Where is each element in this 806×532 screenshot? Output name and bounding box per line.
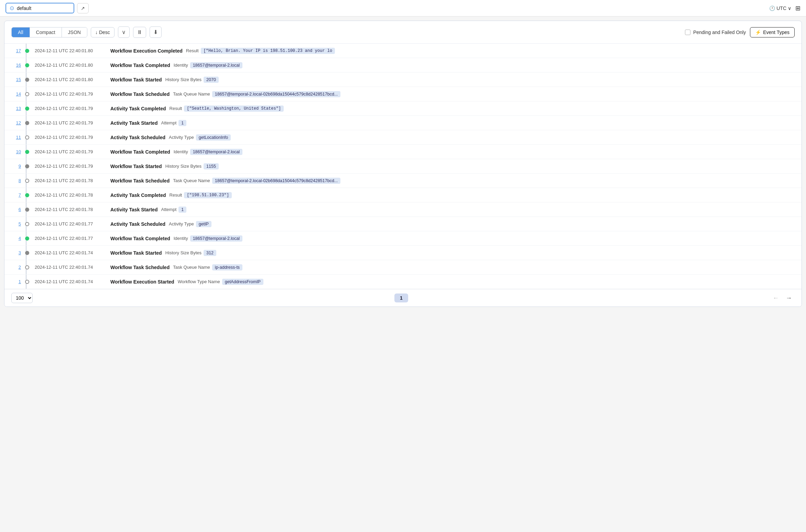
prev-page-button[interactable]: ← — [770, 293, 782, 303]
table-row[interactable]: 16 2024-12-11 UTC 22:40:01.80 Workflow T… — [4, 58, 802, 73]
tab-all[interactable]: All — [12, 27, 30, 37]
table-row[interactable]: 1 2024-12-11 UTC 22:40:01.74 Workflow Ex… — [4, 275, 802, 289]
table-row[interactable]: 2 2024-12-11 UTC 22:40:01.74 Workflow Ta… — [4, 260, 802, 275]
event-id[interactable]: 13 — [11, 106, 21, 111]
table-row[interactable]: 3 2024-12-11 UTC 22:40:01.74 Workflow Ta… — [4, 246, 802, 260]
event-dot-wrapper — [24, 164, 31, 168]
event-detail-key: Workflow Type Name — [178, 279, 220, 284]
sort-desc-button[interactable]: ↓ Desc — [91, 27, 115, 37]
event-detail: Activity Type getLocationInfo — [169, 134, 231, 141]
event-dot-wrapper — [24, 208, 31, 212]
filter-icon: ⚡ — [755, 30, 761, 35]
namespace-input[interactable] — [17, 5, 65, 11]
event-detail-key: Attempt — [161, 120, 176, 125]
event-detail-key: Task Queue Name — [173, 178, 210, 183]
event-id[interactable]: 10 — [11, 149, 21, 154]
table-row[interactable]: 7 2024-12-11 UTC 22:40:01.78 Activity Ta… — [4, 188, 802, 202]
pause-button[interactable]: ⏸ — [133, 27, 146, 38]
download-button[interactable]: ⬇ — [150, 26, 162, 38]
event-id[interactable]: 15 — [11, 77, 21, 82]
namespace-input-wrapper: ⊙ — [6, 3, 74, 13]
page-size-select[interactable]: 100 10 25 50 — [11, 293, 33, 303]
event-detail-value: 312 — [204, 250, 216, 256]
event-name: Workflow Execution Started — [110, 279, 174, 285]
event-detail-key: Task Queue Name — [173, 91, 210, 97]
event-id[interactable]: 2 — [11, 265, 21, 270]
event-timestamp: 2024-12-11 UTC 22:40:01.79 — [35, 91, 110, 97]
event-dot — [25, 49, 29, 53]
event-dot — [25, 222, 29, 226]
table-row[interactable]: 5 2024-12-11 UTC 22:40:01.77 Activity Ta… — [4, 217, 802, 231]
event-detail-key: Result — [186, 48, 199, 53]
pending-filter-label[interactable]: Pending and Failed Only — [685, 30, 746, 35]
table-row[interactable]: 15 2024-12-11 UTC 22:40:01.80 Workflow T… — [4, 73, 802, 87]
event-dot-wrapper — [24, 222, 31, 226]
table-row[interactable]: 9 2024-12-11 UTC 22:40:01.79 Workflow Ta… — [4, 159, 802, 174]
event-id[interactable]: 1 — [11, 279, 21, 284]
event-detail: History Size Bytes 1155 — [165, 163, 219, 169]
event-id[interactable]: 5 — [11, 221, 21, 226]
event-id[interactable]: 6 — [11, 207, 21, 212]
event-dot — [25, 78, 29, 82]
event-detail-value: 18657@temporal-2.local — [190, 235, 242, 242]
table-row[interactable]: 8 2024-12-11 UTC 22:40:01.78 Workflow Ta… — [4, 174, 802, 188]
tab-json[interactable]: JSON — [62, 27, 87, 37]
event-detail-key: History Size Bytes — [165, 250, 202, 255]
event-detail-value: getIP — [196, 221, 211, 227]
utc-button[interactable]: 🕐 UTC ∨ — [769, 5, 791, 11]
event-timestamp: 2024-12-11 UTC 22:40:01.79 — [35, 120, 110, 125]
sort-down-icon: ↓ — [95, 30, 98, 35]
event-detail-value: 1155 — [204, 163, 219, 169]
event-detail: Result ["198.51.100.23"] — [170, 192, 232, 198]
event-dot-wrapper — [24, 150, 31, 154]
event-id[interactable]: 12 — [11, 120, 21, 125]
table-row[interactable]: 17 2024-12-11 UTC 22:40:01.80 Workflow E… — [4, 44, 802, 58]
event-detail-value: ["198.51.100.23"] — [184, 192, 231, 198]
event-dot — [25, 265, 29, 269]
event-name: Workflow Task Started — [110, 250, 162, 256]
event-id[interactable]: 17 — [11, 48, 21, 53]
event-id[interactable]: 8 — [11, 178, 21, 183]
table-row[interactable]: 11 2024-12-11 UTC 22:40:01.79 Activity T… — [4, 130, 802, 145]
event-dot — [25, 251, 29, 255]
next-page-button[interactable]: → — [783, 293, 795, 303]
event-detail-value: ip-address-ts — [212, 264, 242, 270]
event-name: Workflow Execution Completed — [110, 48, 183, 54]
event-detail-key: Activity Type — [169, 135, 194, 140]
event-types-button[interactable]: ⚡ Event Types — [750, 27, 795, 37]
pending-checkbox[interactable] — [685, 30, 690, 35]
table-row[interactable]: 12 2024-12-11 UTC 22:40:01.79 Activity T… — [4, 116, 802, 130]
top-bar: ⊙ ↗ 🕐 UTC ∨ ⊞ — [0, 0, 806, 16]
event-timestamp: 2024-12-11 UTC 22:40:01.79 — [35, 135, 110, 140]
table-row[interactable]: 4 2024-12-11 UTC 22:40:01.77 Workflow Ta… — [4, 231, 802, 246]
view-tabs: All Compact JSON — [11, 27, 87, 37]
event-id[interactable]: 9 — [11, 164, 21, 169]
table-row[interactable]: 14 2024-12-11 UTC 22:40:01.79 Workflow T… — [4, 87, 802, 101]
event-timestamp: 2024-12-11 UTC 22:40:01.79 — [35, 164, 110, 169]
event-detail-key: History Size Bytes — [165, 77, 202, 82]
event-id[interactable]: 4 — [11, 236, 21, 241]
event-name: Workflow Task Scheduled — [110, 91, 170, 97]
event-detail-key: Result — [170, 192, 182, 198]
event-name: Workflow Task Completed — [110, 236, 170, 241]
table-row[interactable]: 13 2024-12-11 UTC 22:40:01.79 Activity T… — [4, 101, 802, 116]
sort-dropdown-button[interactable]: ∨ — [118, 26, 130, 38]
table-row[interactable]: 6 2024-12-11 UTC 22:40:01.78 Activity Ta… — [4, 202, 802, 217]
event-detail: Attempt 1 — [161, 120, 186, 126]
external-link-button[interactable]: ↗ — [77, 3, 89, 13]
page-number-button[interactable]: 1 — [394, 293, 408, 302]
event-id[interactable]: 7 — [11, 192, 21, 198]
event-id[interactable]: 3 — [11, 250, 21, 255]
sort-label: Desc — [99, 30, 110, 35]
event-detail-value: 1 — [178, 120, 186, 126]
event-name: Activity Task Scheduled — [110, 221, 165, 227]
event-detail-key: Activity Type — [169, 221, 194, 226]
tab-compact[interactable]: Compact — [30, 27, 62, 37]
event-detail-value: getLocationInfo — [196, 134, 231, 141]
table-row[interactable]: 10 2024-12-11 UTC 22:40:01.79 Workflow T… — [4, 145, 802, 159]
event-id[interactable]: 16 — [11, 63, 21, 68]
event-id[interactable]: 14 — [11, 91, 21, 97]
compare-button[interactable]: ⊞ — [795, 4, 800, 12]
event-dot — [25, 121, 29, 125]
event-id[interactable]: 11 — [11, 135, 21, 140]
